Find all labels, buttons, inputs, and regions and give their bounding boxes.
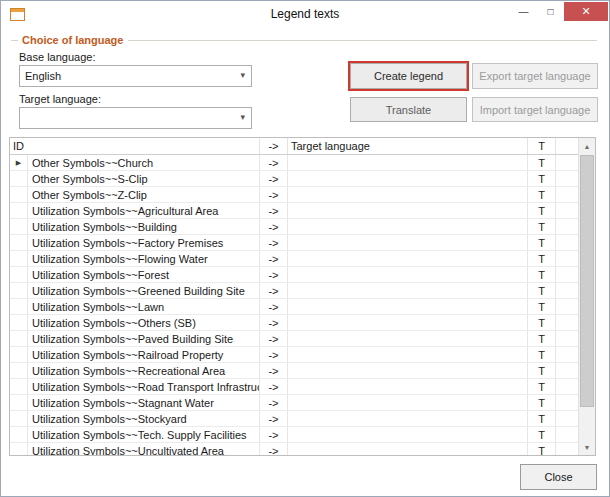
row-target-language-cell[interactable] — [288, 155, 528, 170]
table-row[interactable]: ▶Other Symbols~~Church->T — [10, 155, 578, 171]
header-t[interactable]: T — [528, 138, 556, 154]
row-target-language-cell[interactable] — [288, 363, 528, 378]
row-t-cell[interactable]: T — [528, 219, 556, 234]
row-t-cell[interactable]: T — [528, 315, 556, 330]
table-row[interactable]: Utilization Symbols~~Greened Building Si… — [10, 283, 578, 299]
row-id-cell[interactable]: Other Symbols~~Church — [28, 155, 260, 170]
row-target-language-cell[interactable] — [288, 299, 528, 314]
header-target-language[interactable]: Target language — [288, 138, 528, 154]
row-t-cell[interactable]: T — [528, 363, 556, 378]
table-row[interactable]: Utilization Symbols~~Agricultural Area->… — [10, 203, 578, 219]
table-row[interactable]: Utilization Symbols~~Stagnant Water->T — [10, 395, 578, 411]
header-id[interactable]: ID — [10, 138, 260, 154]
row-t-cell[interactable]: T — [528, 171, 556, 186]
row-id-cell[interactable]: Utilization Symbols~~Agricultural Area — [28, 203, 260, 218]
row-id-cell[interactable]: Other Symbols~~Z-Clip — [28, 187, 260, 202]
row-id-cell[interactable]: Utilization Symbols~~Uncultivated Area — [28, 443, 260, 456]
row-id-cell[interactable]: Utilization Symbols~~Tech. Supply Facili… — [28, 427, 260, 442]
row-target-language-cell[interactable] — [288, 331, 528, 346]
row-t-cell[interactable]: T — [528, 299, 556, 314]
row-t-cell[interactable]: T — [528, 251, 556, 266]
row-target-language-cell[interactable] — [288, 187, 528, 202]
row-arrow-cell: -> — [260, 315, 288, 330]
row-target-language-cell[interactable] — [288, 411, 528, 426]
table-row[interactable]: Utilization Symbols~~Tech. Supply Facili… — [10, 427, 578, 443]
row-t-cell[interactable]: T — [528, 427, 556, 442]
scroll-down-icon[interactable]: ▼ — [579, 439, 595, 455]
import-target-language-button[interactable]: Import target language — [472, 97, 598, 122]
header-arrow[interactable]: -> — [260, 138, 288, 154]
row-target-language-cell[interactable] — [288, 251, 528, 266]
vertical-scrollbar[interactable]: ▲ ▼ — [578, 138, 595, 455]
minimize-button[interactable]: — — [510, 2, 537, 21]
row-t-cell[interactable]: T — [528, 411, 556, 426]
close-button[interactable]: Close — [520, 464, 597, 490]
table-row[interactable]: Utilization Symbols~~Railroad Property->… — [10, 347, 578, 363]
row-t-cell[interactable]: T — [528, 331, 556, 346]
row-arrow-cell: -> — [260, 235, 288, 250]
table-row[interactable]: Utilization Symbols~~Road Transport Infr… — [10, 379, 578, 395]
row-id-cell[interactable]: Utilization Symbols~~Recreational Area — [28, 363, 260, 378]
row-target-language-cell[interactable] — [288, 427, 528, 442]
row-target-language-cell[interactable] — [288, 203, 528, 218]
row-id-cell[interactable]: Utilization Symbols~~Forest — [28, 267, 260, 282]
table-row[interactable]: Utilization Symbols~~Forest->T — [10, 267, 578, 283]
row-target-language-cell[interactable] — [288, 219, 528, 234]
table-row[interactable]: Utilization Symbols~~Building->T — [10, 219, 578, 235]
table-row[interactable]: Other Symbols~~S-Clip->T — [10, 171, 578, 187]
row-target-language-cell[interactable] — [288, 171, 528, 186]
table-row[interactable]: Utilization Symbols~~Paved Building Site… — [10, 331, 578, 347]
table-row[interactable]: Utilization Symbols~~Factory Premises->T — [10, 235, 578, 251]
row-selector — [10, 379, 28, 394]
close-window-button[interactable]: ✕ — [564, 2, 608, 21]
maximize-button[interactable]: □ — [537, 2, 564, 21]
row-t-cell[interactable]: T — [528, 379, 556, 394]
row-id-cell[interactable]: Utilization Symbols~~Greened Building Si… — [28, 283, 260, 298]
row-t-cell[interactable]: T — [528, 235, 556, 250]
row-target-language-cell[interactable] — [288, 283, 528, 298]
table-row[interactable]: Utilization Symbols~~Lawn->T — [10, 299, 578, 315]
table-row[interactable]: Utilization Symbols~~Uncultivated Area->… — [10, 443, 578, 456]
row-target-language-cell[interactable] — [288, 379, 528, 394]
table-row[interactable]: Other Symbols~~Z-Clip->T — [10, 187, 578, 203]
row-id-cell[interactable]: Utilization Symbols~~Stockyard — [28, 411, 260, 426]
row-t-cell[interactable]: T — [528, 395, 556, 410]
row-t-cell[interactable]: T — [528, 443, 556, 456]
table-row[interactable]: Utilization Symbols~~Others (SB)->T — [10, 315, 578, 331]
row-selector — [10, 395, 28, 410]
row-target-language-cell[interactable] — [288, 443, 528, 456]
row-t-cell[interactable]: T — [528, 187, 556, 202]
row-id-cell[interactable]: Utilization Symbols~~Others (SB) — [28, 315, 260, 330]
row-id-cell[interactable]: Utilization Symbols~~Stagnant Water — [28, 395, 260, 410]
row-id-cell[interactable]: Utilization Symbols~~Railroad Property — [28, 347, 260, 362]
translate-button[interactable]: Translate — [350, 97, 467, 122]
row-selector — [10, 251, 28, 266]
row-target-language-cell[interactable] — [288, 315, 528, 330]
row-target-language-cell[interactable] — [288, 235, 528, 250]
row-target-language-cell[interactable] — [288, 347, 528, 362]
row-id-cell[interactable]: Utilization Symbols~~Building — [28, 219, 260, 234]
row-id-cell[interactable]: Utilization Symbols~~Flowing Water — [28, 251, 260, 266]
base-language-select[interactable]: English ▾ — [19, 65, 252, 87]
row-id-cell[interactable]: Utilization Symbols~~Factory Premises — [28, 235, 260, 250]
row-target-language-cell[interactable] — [288, 267, 528, 282]
table-row[interactable]: Utilization Symbols~~Recreational Area->… — [10, 363, 578, 379]
row-t-cell[interactable]: T — [528, 155, 556, 170]
table-row[interactable]: Utilization Symbols~~Stockyard->T — [10, 411, 578, 427]
table-row[interactable]: Utilization Symbols~~Flowing Water->T — [10, 251, 578, 267]
row-id-cell[interactable]: Other Symbols~~S-Clip — [28, 171, 260, 186]
row-t-cell[interactable]: T — [528, 267, 556, 282]
row-t-cell[interactable]: T — [528, 347, 556, 362]
row-target-language-cell[interactable] — [288, 395, 528, 410]
row-id-cell[interactable]: Utilization Symbols~~Paved Building Site — [28, 331, 260, 346]
row-id-cell[interactable]: Utilization Symbols~~Road Transport Infr… — [28, 379, 260, 394]
scrollbar-thumb[interactable] — [580, 155, 594, 407]
target-language-select[interactable]: ▾ — [19, 107, 252, 129]
table-header: ID -> Target language T — [10, 138, 578, 155]
export-target-language-button[interactable]: Export target language — [472, 63, 598, 89]
create-legend-button[interactable]: Create legend — [350, 63, 467, 89]
scroll-up-icon[interactable]: ▲ — [579, 138, 595, 154]
row-id-cell[interactable]: Utilization Symbols~~Lawn — [28, 299, 260, 314]
row-t-cell[interactable]: T — [528, 283, 556, 298]
row-t-cell[interactable]: T — [528, 203, 556, 218]
